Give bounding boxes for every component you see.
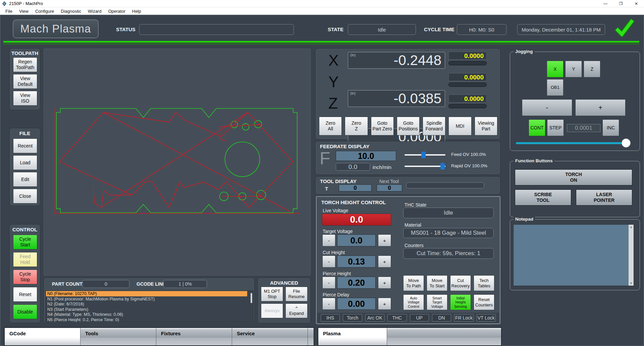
goto-part-zero-button[interactable]: Goto Part Zero: [371, 117, 394, 135]
goto-positions-button[interactable]: Goto Positions: [397, 117, 420, 135]
rapid-override-thumb[interactable]: [440, 163, 445, 170]
minimize-button[interactable]: —: [598, 0, 613, 7]
pierce-delay-value: 0.00: [337, 298, 376, 310]
pierce-delay-plus-button[interactable]: +: [378, 298, 391, 310]
disable-button[interactable]: Disable: [13, 304, 37, 319]
menu-file[interactable]: File: [2, 8, 16, 14]
reset-counters-button[interactable]: Reset Counters: [474, 294, 494, 310]
jog-axis-y-button[interactable]: Y: [565, 61, 582, 77]
rapid-override-slider[interactable]: [405, 166, 445, 167]
cycle-start-button[interactable]: Cycle Start: [13, 235, 37, 249]
smart-target-voltage-button[interactable]: Smart Target Voltage: [427, 294, 447, 310]
laser-pointer-button[interactable]: LASER POINTER: [576, 189, 632, 206]
pierce-delay-minus-button[interactable]: -: [322, 298, 335, 310]
gcode-scrollbar[interactable]: [251, 293, 252, 303]
spindle-forward-button[interactable]: Spindle Forward: [423, 117, 445, 135]
move-to-path-button[interactable]: Move To Path: [403, 275, 424, 291]
menu-operator[interactable]: Operator: [105, 8, 128, 14]
gcode-list[interactable]: N0 (Filename: 10270.TAP) N1 (Post proces…: [46, 291, 253, 322]
notepad-group: Notepad ▲ ▼: [510, 219, 640, 290]
pierce-height-value: 0.20: [337, 277, 376, 289]
alexsys-button[interactable]: Alexsys: [261, 303, 283, 318]
jog-increment-input[interactable]: [567, 124, 600, 132]
file-resume-button[interactable]: File Resume: [285, 287, 308, 301]
notepad-scrollbar[interactable]: ▲ ▼: [629, 225, 634, 286]
toolpath-viewport[interactable]: [44, 49, 311, 276]
regen-toolpath-button[interactable]: Regen ToolPath: [13, 57, 37, 72]
zero-z-button[interactable]: Zero Z: [345, 117, 368, 135]
file-recent-button[interactable]: Recent: [13, 138, 37, 153]
move-to-start-button[interactable]: Move To Start: [427, 275, 447, 291]
cut-recovery-button[interactable]: Cut Recovery: [450, 275, 471, 291]
tab-tools[interactable]: Tools: [80, 328, 156, 345]
viewing-part-button[interactable]: Viewing Part: [475, 117, 497, 135]
cut-height-minus-button[interactable]: -: [322, 255, 335, 268]
cycle-stop-button[interactable]: Cycle Stop: [13, 270, 37, 284]
scroll-up-icon[interactable]: ▲: [630, 225, 633, 229]
mdi-button[interactable]: MDI: [448, 117, 471, 135]
gcode-list-item[interactable]: N3 (Start Parameters): [46, 307, 253, 312]
reset-button[interactable]: Reset: [13, 287, 37, 302]
menu-configure[interactable]: Configure: [32, 8, 57, 14]
indicator-arc-ok: Arc OK: [365, 314, 384, 322]
jog-step-button[interactable]: STEP: [547, 119, 564, 136]
target-voltage-plus-button[interactable]: +: [378, 234, 391, 246]
function-buttons-title: Function Buttons: [514, 158, 554, 163]
jog-axis-z-button[interactable]: Z: [584, 61, 600, 77]
m1-opt-stop-button[interactable]: M1 OPT Stop: [261, 287, 283, 301]
zero-all-button[interactable]: Zero All: [319, 117, 342, 135]
axis-y-progress: [448, 82, 487, 87]
feed-hold-button[interactable]: Feed Hold: [13, 252, 37, 267]
view-default-button[interactable]: View Default: [13, 74, 37, 89]
cut-height-plus-button[interactable]: +: [378, 255, 391, 268]
view-iso-button[interactable]: View ISO: [13, 91, 37, 106]
pierce-height-plus-button[interactable]: +: [378, 277, 391, 289]
control-group: CONTROL Cycle Start Feed Hold Cycle Stop…: [9, 224, 40, 323]
close-button[interactable]: ✕: [629, 0, 644, 7]
jog-plus-button[interactable]: +: [575, 99, 626, 116]
axis-y-letter: Y: [328, 73, 339, 91]
gcode-list-item[interactable]: N5 (Pierce Height: 0.2, Pierce Time: 0): [46, 317, 253, 322]
initial-height-sensing-button[interactable]: Initial Height Sensing: [450, 294, 471, 310]
jog-axis-x-button[interactable]: X: [547, 61, 564, 77]
jog-speed-thumb[interactable]: [622, 138, 631, 148]
jog-axis-ob1-button[interactable]: OB1: [547, 79, 564, 96]
file-close-button[interactable]: Close: [13, 189, 37, 204]
tab-fixtures[interactable]: Fixtures: [156, 328, 232, 345]
jog-minus-button[interactable]: -: [522, 99, 572, 116]
expand-button[interactable]: ^ Expand: [285, 303, 308, 318]
torch-on-button[interactable]: TORCH ON: [515, 169, 632, 185]
maximize-button[interactable]: ❐: [613, 0, 629, 7]
file-group-title: FILE: [10, 130, 40, 136]
menu-diagnostic[interactable]: Diagnostic: [57, 8, 85, 14]
file-edit-button[interactable]: Edit: [13, 172, 37, 187]
axis-z-letter: Z: [328, 94, 338, 112]
auto-voltage-control-button[interactable]: Auto Voltage Control: [403, 294, 424, 310]
menu-help[interactable]: Help: [129, 8, 145, 14]
tab-gcode[interactable]: GCode: [5, 328, 80, 345]
menu-wizard[interactable]: Wizard: [85, 8, 105, 14]
menu-view[interactable]: View: [16, 8, 32, 14]
live-voltage-value: 0.0: [322, 214, 391, 226]
gcode-list-item[interactable]: N4 (Material: Type: MS, Thickness: 0.06): [46, 312, 253, 317]
notepad-textarea[interactable]: [513, 224, 634, 286]
gcode-list-item[interactable]: N1 (Post processor: MachMotion Plasma by…: [46, 296, 253, 302]
tech-tables-button[interactable]: Tech Tables: [474, 275, 494, 291]
jog-inc-button[interactable]: INC: [602, 119, 619, 136]
target-voltage-minus-button[interactable]: -: [322, 234, 335, 246]
toolpath-drawing: [44, 49, 310, 275]
feed-override-thumb[interactable]: [421, 152, 426, 158]
tab-service[interactable]: Service: [232, 328, 308, 345]
part-counter-value: 0: [83, 280, 129, 288]
gcode-list-item[interactable]: N2 (Date: 6/7/2016): [46, 301, 253, 307]
axis-z-progress: [448, 104, 487, 108]
pierce-height-minus-button[interactable]: -: [322, 277, 335, 289]
jog-cont-button[interactable]: CONT: [529, 119, 545, 136]
file-load-button[interactable]: Load: [13, 155, 37, 170]
scroll-down-icon[interactable]: ▼: [630, 282, 633, 285]
scribe-tool-button[interactable]: SCRIBE TOOL: [515, 189, 571, 206]
jog-speed-slider[interactable]: [516, 142, 631, 144]
material-value[interactable]: MS001 - 18 Gage - Mild Steel: [403, 228, 494, 238]
tab-plasma[interactable]: Plasma: [318, 328, 387, 345]
gcode-list-item[interactable]: N0 (Filename: 10270.TAP): [46, 291, 247, 296]
